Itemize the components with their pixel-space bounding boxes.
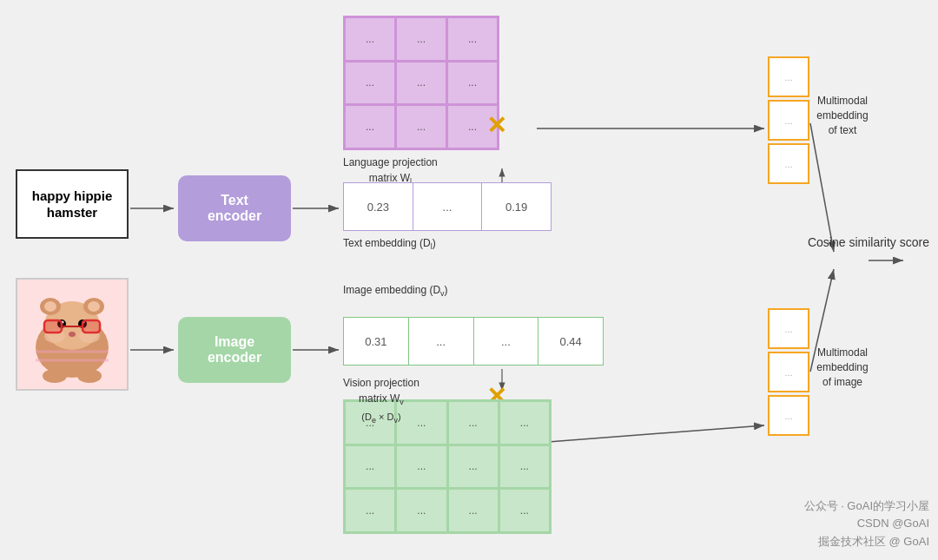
watermark-line3: 掘金技术社区 @ GoAI — [804, 533, 929, 551]
vis-matrix-cell: ... — [500, 490, 549, 531]
matrix-cell: ... — [448, 63, 497, 104]
watermark-line2: CSDN @GoAI — [804, 515, 929, 533]
vis-matrix-cell: ... — [449, 490, 498, 531]
matrix-cell: ... — [448, 18, 497, 60]
svg-line-9 — [810, 123, 834, 252]
watermark: 公众号 · GoAI的学习小屋 CSDN @GoAI 掘金技术社区 @ GoAI — [804, 497, 929, 551]
cosine-similarity-label: Cosine similarity score — [808, 234, 929, 252]
image-embedding-vector: 0.31 ... ... 0.44 — [343, 317, 604, 366]
image-emb-val3: ... — [474, 318, 539, 365]
image-encoder-label: Imageencoder — [208, 334, 261, 366]
image-encoder-box: Imageencoder — [178, 317, 291, 383]
svg-point-32 — [43, 369, 67, 383]
vis-matrix-cell: ... — [346, 490, 394, 531]
vis-matrix-cell: ... — [500, 446, 549, 488]
multiply-cross-text: ✕ — [486, 111, 506, 140]
mm-text-row-3: ... — [768, 143, 809, 184]
watermark-line1: 公众号 · GoAI的学习小屋 — [804, 497, 929, 516]
vis-matrix-cell: ... — [449, 446, 498, 488]
svg-point-16 — [44, 301, 56, 312]
language-projection-matrix: ... ... ... ... ... ... ... ... ... — [343, 16, 499, 150]
svg-line-8 — [537, 425, 764, 443]
text-embedding-label: Text embedding (Dl) — [343, 236, 436, 253]
matrix-cell: ... — [397, 106, 446, 148]
mm-image-label: Multimodalembeddingof image — [790, 346, 895, 389]
svg-point-22 — [69, 332, 76, 337]
matrix-cell: ... — [397, 63, 446, 104]
matrix-cell: ... — [397, 18, 446, 60]
svg-rect-29 — [83, 320, 100, 333]
image-emb-val4: 0.44 — [538, 318, 603, 365]
text-encoder-box: Textencoder — [178, 175, 291, 241]
mm-image-row-3: ... — [768, 395, 809, 436]
vis-matrix-label: Vision projectionmatrix Wv(De × Dv) — [343, 375, 419, 427]
svg-point-17 — [88, 301, 100, 312]
vis-matrix-cell: ... — [449, 402, 498, 444]
image-emb-val2: ... — [409, 318, 474, 365]
diagram: happy hippie hamster — [0, 0, 938, 560]
text-embedding-vector: 0.23 ... 0.19 — [343, 182, 552, 231]
vis-matrix-cell: ... — [397, 490, 446, 531]
mm-image-row-1: ... — [768, 308, 809, 349]
image-emb-val1: 0.31 — [344, 318, 409, 365]
text-emb-val2: ... — [413, 183, 483, 230]
matrix-cell: ... — [346, 63, 394, 104]
text-encoder-label: Textencoder — [208, 193, 261, 224]
mm-text-label: Multimodalembeddingof text — [790, 94, 895, 137]
svg-rect-28 — [44, 320, 62, 333]
vis-matrix-cell: ... — [346, 446, 394, 488]
hamster-image — [16, 278, 129, 391]
svg-point-33 — [77, 369, 102, 383]
hamster-svg — [20, 282, 124, 386]
matrix-cell: ... — [346, 18, 394, 60]
text-emb-val1: 0.23 — [344, 183, 413, 230]
matrix-cell: ... — [346, 106, 394, 148]
image-embedding-label: Image embedding (Dv) — [343, 283, 448, 300]
vis-matrix-cell: ... — [397, 446, 446, 488]
text-emb-val3: 0.19 — [482, 183, 551, 230]
text-input-label: happy hippie hamster — [17, 188, 127, 221]
vis-matrix-cell: ... — [500, 402, 549, 444]
text-input-box: happy hippie hamster — [16, 169, 129, 239]
mm-text-row-1: ... — [768, 56, 809, 97]
